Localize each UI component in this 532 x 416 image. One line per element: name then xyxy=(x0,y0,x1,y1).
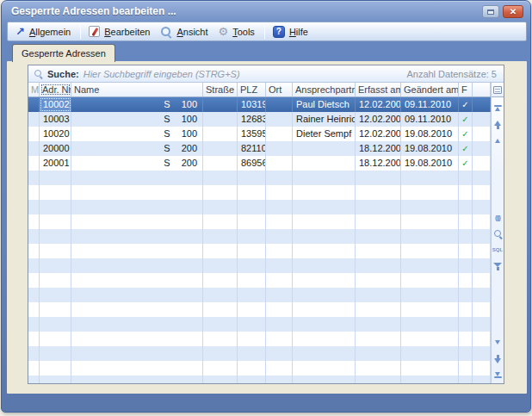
sql-filter-button[interactable]: SQL xyxy=(492,245,504,256)
cell-erfasst_am xyxy=(356,376,401,383)
table-row-empty[interactable] xyxy=(28,273,491,288)
table-row[interactable]: 10003S10012683Rainer Heinrich12.02.20070… xyxy=(28,112,491,127)
column-header-m[interactable]: M xyxy=(28,83,40,96)
cell-name xyxy=(71,376,203,383)
table-row-empty[interactable] xyxy=(28,258,491,273)
table-row-empty[interactable] xyxy=(28,346,491,361)
cell-f: ✓ xyxy=(459,127,473,141)
cell-m xyxy=(28,141,40,156)
cell-name: S200 xyxy=(71,156,203,171)
cell-strasse xyxy=(203,376,238,383)
menu-item-bearbeiten[interactable]: Bearbeiten xyxy=(84,24,156,39)
cell-adr_nr: 10020 xyxy=(40,127,71,141)
scroll-to-top-button[interactable] xyxy=(492,102,504,114)
column-header-filler[interactable] xyxy=(473,83,491,96)
cell-ort xyxy=(266,346,293,361)
table-row[interactable]: 10020S10013595Dieter Sempf12.02.200719.0… xyxy=(28,127,491,141)
fit-columns-button[interactable]: (||) xyxy=(492,212,504,223)
cell-geaendert_am xyxy=(401,273,459,288)
cell-name: S100 xyxy=(71,97,203,112)
restore-button[interactable] xyxy=(482,5,499,18)
table-row-empty[interactable] xyxy=(28,317,491,332)
scroll-to-bottom-button[interactable] xyxy=(492,369,504,381)
cell-name: S100 xyxy=(71,112,203,127)
table-row[interactable]: 20001S2008695618.12.200619.08.2010✓ xyxy=(28,156,491,171)
table-row-empty[interactable] xyxy=(28,332,491,346)
table-row-empty[interactable] xyxy=(28,229,491,244)
cell-erfasst_am: 12.02.2007 xyxy=(356,112,401,127)
cell-m xyxy=(28,317,40,332)
table-row-empty[interactable] xyxy=(28,200,491,214)
menu-item-hilfe[interactable]: ? Hilfe xyxy=(269,24,314,40)
cell-filler xyxy=(473,127,491,141)
column-header-geaendert_am[interactable]: Geändert am xyxy=(401,83,459,96)
column-header-name[interactable]: Name xyxy=(71,83,203,96)
column-header-ansprechpartner[interactable]: Ansprechpartner xyxy=(293,83,356,96)
column-header-erfasst_am[interactable]: Erfasst am xyxy=(356,83,401,96)
table-row-empty[interactable] xyxy=(28,376,491,383)
cell-name xyxy=(71,244,203,258)
cell-plz: 10319 xyxy=(238,97,266,112)
table-row-empty[interactable] xyxy=(28,361,491,376)
cell-adr_nr xyxy=(40,229,71,244)
menu-item-ansicht[interactable]: Ansicht xyxy=(156,24,213,40)
column-header-f[interactable]: F xyxy=(459,83,473,96)
table-row[interactable]: 20000S2008211018.12.200619.08.2010✓ xyxy=(28,141,491,156)
cell-m xyxy=(28,346,40,361)
cell-f xyxy=(459,361,473,376)
table-row-empty[interactable] xyxy=(28,185,491,200)
menu-label: Bearbeiten xyxy=(104,27,150,37)
menu-item-tools[interactable]: ⚙ Tools xyxy=(214,24,261,39)
cell-m xyxy=(28,273,40,288)
cell-ansprechpartner xyxy=(293,317,356,332)
menu-item-allgemein[interactable]: ↗ Allgemein xyxy=(11,24,77,39)
cell-plz xyxy=(238,214,266,229)
cell-f xyxy=(459,317,473,332)
table-row-empty[interactable] xyxy=(28,288,491,302)
column-chooser-button[interactable] xyxy=(492,83,504,97)
cell-plz xyxy=(238,273,266,288)
cell-plz xyxy=(238,288,266,302)
cell-f xyxy=(459,214,473,229)
cell-plz xyxy=(238,200,266,214)
cell-f xyxy=(459,273,473,288)
table-row-empty[interactable] xyxy=(28,244,491,258)
table-row-empty[interactable] xyxy=(28,302,491,317)
close-button[interactable]: ✕ xyxy=(503,5,523,18)
search-bar[interactable]: Suche: Hier Suchbegriff eingeben (STRG+S… xyxy=(28,65,504,83)
column-header-ort[interactable]: Ort xyxy=(266,83,293,96)
content-panel: Suche: Hier Suchbegriff eingeben (STRG+S… xyxy=(7,61,527,394)
cell-name xyxy=(71,229,203,244)
menu-label: Hilfe xyxy=(289,27,308,37)
cell-adr_nr xyxy=(40,214,71,229)
column-header-strasse[interactable]: Straße xyxy=(203,83,238,96)
tab-gesperrte-adressen[interactable]: Gesperrte Adressen xyxy=(12,44,115,62)
cell-ort xyxy=(266,141,293,156)
column-header-adr_nr[interactable]: Adr. Nr. xyxy=(40,83,71,96)
scroll-down-button[interactable] xyxy=(492,353,504,364)
cell-ansprechpartner: Rainer Heinrich xyxy=(293,112,356,127)
page-up-button[interactable] xyxy=(492,135,504,146)
cell-geaendert_am xyxy=(401,317,459,332)
gear-icon: ⚙ xyxy=(219,26,229,37)
cell-strasse xyxy=(203,302,238,317)
cell-f: ✓ xyxy=(459,112,473,127)
page-down-button[interactable] xyxy=(492,337,504,348)
column-header-plz[interactable]: PLZ xyxy=(238,83,266,96)
cell-strasse xyxy=(203,288,238,302)
cell-strasse xyxy=(203,127,238,141)
cell-filler xyxy=(473,200,491,214)
table-row-empty[interactable] xyxy=(28,214,491,229)
cell-ansprechpartner xyxy=(293,156,356,171)
table-row[interactable]: 10002S10010319Paul Dietsch12.02.200709.1… xyxy=(28,97,491,112)
cell-name xyxy=(71,185,203,200)
cell-name xyxy=(71,258,203,273)
scroll-up-button[interactable] xyxy=(492,119,504,130)
cell-m xyxy=(28,288,40,302)
cell-strasse xyxy=(203,214,238,229)
cell-filler xyxy=(473,229,491,244)
zoom-button[interactable] xyxy=(492,228,504,239)
table-row-empty[interactable] xyxy=(28,171,491,185)
filter-button[interactable] xyxy=(492,261,504,272)
cell-plz xyxy=(238,185,266,200)
